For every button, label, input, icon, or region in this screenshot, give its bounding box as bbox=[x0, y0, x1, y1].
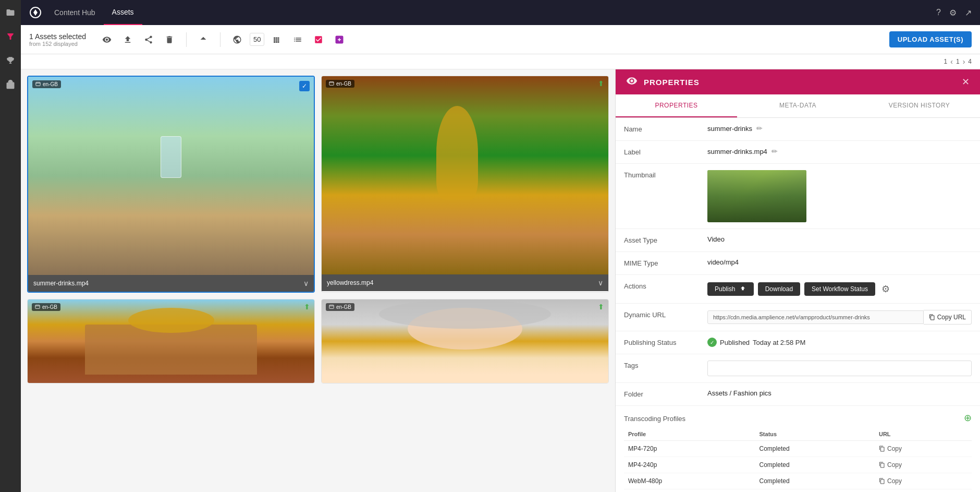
transcoding-add-icon[interactable]: ⊕ bbox=[964, 412, 972, 424]
profile-copy-link[interactable]: Copy bbox=[879, 461, 967, 469]
name-label: Name bbox=[624, 124, 707, 133]
name-text: summer-drinks bbox=[707, 125, 752, 133]
locale-label-4: en-GB bbox=[336, 304, 351, 310]
asset-card-4[interactable]: en-GB ⬆ bbox=[321, 299, 609, 383]
profile-copy-link[interactable]: Copy bbox=[879, 477, 967, 485]
visibility-toggle-button[interactable] bbox=[99, 31, 115, 48]
folder-row: Folder Assets / Fashion pics bbox=[616, 383, 980, 406]
label-edit-icon[interactable]: ✏ bbox=[771, 147, 778, 155]
copy-url-label: Copy URL bbox=[937, 314, 966, 321]
profile-url: Copy bbox=[875, 457, 972, 473]
profile-url: Copy bbox=[875, 441, 972, 457]
asset-card-2[interactable]: en-GB ⬆ yellowdress.mp4 ∨ bbox=[321, 76, 609, 293]
settings-icon[interactable]: ⚙ bbox=[949, 8, 957, 18]
transcoding-profile-row: MP4-480p Completed Copy bbox=[624, 489, 972, 493]
tab-properties[interactable]: PROPERTIES bbox=[616, 94, 737, 117]
tab-metadata[interactable]: META-DATA bbox=[737, 94, 859, 117]
profile-status: Completed bbox=[755, 489, 875, 493]
toolbar-info: 1 Assets selected from 152 displayed bbox=[29, 32, 86, 47]
pagination-bar: 1 ‹ 1 › 4 bbox=[21, 54, 980, 69]
page-total: 4 bbox=[968, 58, 972, 65]
asset-type-row: Asset Type Video bbox=[616, 229, 980, 252]
select-view-button[interactable] bbox=[310, 31, 327, 48]
trophy-icon[interactable] bbox=[3, 53, 18, 68]
help-icon[interactable]: ? bbox=[936, 8, 941, 17]
profile-status: Completed bbox=[755, 457, 875, 473]
main-area: Content Hub Assets ? ⚙ ↗ 1 Assets select… bbox=[21, 0, 980, 492]
nav-assets[interactable]: Assets bbox=[104, 0, 142, 25]
panel-header: PROPERTIES ✕ bbox=[616, 69, 980, 94]
profile-status: Completed bbox=[755, 473, 875, 489]
publish-button[interactable]: Publish bbox=[707, 282, 754, 296]
asset-card-3[interactable]: en-GB ⬆ bbox=[27, 299, 315, 383]
exit-icon[interactable]: ↗ bbox=[965, 8, 972, 18]
mime-type-label: MIME Type bbox=[624, 258, 707, 267]
copy-url-button[interactable]: Copy URL bbox=[924, 310, 972, 325]
highlight-button[interactable] bbox=[331, 31, 348, 48]
locale-badge-1: en-GB bbox=[32, 80, 61, 88]
svg-rect-5 bbox=[329, 305, 334, 309]
status-published-indicator: ✓ Published Today at 2:58 PM bbox=[707, 338, 972, 347]
download-button[interactable]: Download bbox=[758, 282, 800, 296]
profile-copy-link[interactable]: Copy bbox=[879, 445, 967, 452]
asset-card-1[interactable]: en-GB ⬆ ✓ summer-drinks.mp4 ∨ bbox=[27, 76, 315, 293]
transcoding-profiles-label: Transcoding Profiles bbox=[624, 414, 707, 423]
status-dot-icon: ✓ bbox=[707, 338, 717, 347]
folder-value: Assets / Fashion pics bbox=[707, 389, 972, 397]
nav-content-hub[interactable]: Content Hub bbox=[46, 8, 104, 17]
share-button[interactable] bbox=[140, 31, 157, 48]
tags-row: Tags bbox=[616, 354, 980, 383]
panel-tabs: PROPERTIES META-DATA VERSION HISTORY bbox=[616, 94, 980, 118]
svg-rect-3 bbox=[329, 82, 334, 86]
profile-status: Completed bbox=[755, 441, 875, 457]
move-up-button[interactable] bbox=[195, 31, 212, 48]
box-icon[interactable] bbox=[3, 77, 18, 92]
page-prev-button[interactable]: ‹ bbox=[950, 57, 953, 66]
upload-assets-button[interactable]: UPLOAD ASSET(S) bbox=[889, 31, 972, 47]
app-logo[interactable] bbox=[29, 6, 42, 19]
properties-panel: PROPERTIES ✕ PROPERTIES META-DATA VERSIO… bbox=[615, 69, 980, 492]
folder-icon[interactable] bbox=[3, 5, 18, 20]
name-edit-icon[interactable]: ✏ bbox=[756, 124, 763, 133]
asset-grid: en-GB ⬆ ✓ summer-drinks.mp4 ∨ bbox=[21, 69, 615, 492]
tags-input[interactable] bbox=[707, 361, 972, 376]
asset-type-value: Video bbox=[707, 235, 972, 243]
label-row: Label summer-drinks.mp4 ✏ bbox=[616, 141, 980, 164]
asset-expand-icon-2[interactable]: ∨ bbox=[598, 279, 603, 287]
profile-url: Copy bbox=[875, 473, 972, 489]
label-field-label: Label bbox=[624, 147, 707, 156]
profile-url: Copy bbox=[875, 489, 972, 493]
profile-name: MP4-480p bbox=[624, 489, 755, 493]
asset-expand-icon-1[interactable]: ∨ bbox=[303, 279, 309, 287]
grid-view-button[interactable] bbox=[268, 31, 285, 48]
status-timestamp: Today at 2:58 PM bbox=[753, 339, 805, 346]
thumbnail-image[interactable] bbox=[707, 170, 806, 222]
asset-footer-2: yellowdress.mp4 ∨ bbox=[322, 274, 608, 291]
list-view-button[interactable] bbox=[289, 31, 306, 48]
locale-label-3: en-GB bbox=[42, 304, 57, 310]
status-text: Published bbox=[720, 339, 750, 346]
actions-settings-button[interactable]: ⚙ bbox=[879, 281, 892, 297]
locale-badge-3: en-GB bbox=[32, 303, 60, 311]
upload-button[interactable] bbox=[119, 31, 136, 48]
panel-close-button[interactable]: ✕ bbox=[962, 76, 970, 88]
actions-row: Actions Publish Download Set Workflow St… bbox=[616, 275, 980, 304]
page-next-button[interactable]: › bbox=[963, 57, 965, 66]
set-workflow-button[interactable]: Set Workflow Status bbox=[804, 282, 875, 296]
tab-version-history[interactable]: VERSION HISTORY bbox=[859, 94, 980, 117]
status-col-header: Status bbox=[755, 428, 875, 441]
dynamic-url-input[interactable] bbox=[707, 310, 924, 324]
profile-name: WebM-480p bbox=[624, 473, 755, 489]
toolbar-separator-2 bbox=[220, 32, 220, 47]
thumbnail-row: Thumbnail bbox=[616, 164, 980, 229]
toolbar-separator-1 bbox=[186, 32, 187, 47]
transcoding-profiles-row: Transcoding Profiles ⊕ Profile Status UR… bbox=[616, 406, 980, 492]
locale-badge-2: en-GB bbox=[326, 80, 354, 88]
delete-button[interactable] bbox=[161, 31, 178, 48]
globe-button[interactable] bbox=[229, 31, 246, 48]
page-size-selector[interactable]: 50 bbox=[250, 33, 264, 46]
eye-icon bbox=[626, 75, 638, 89]
filter-icon[interactable] bbox=[3, 29, 18, 44]
publishing-status-label: Publishing Status bbox=[624, 338, 707, 346]
page-current: 1 bbox=[944, 58, 948, 65]
